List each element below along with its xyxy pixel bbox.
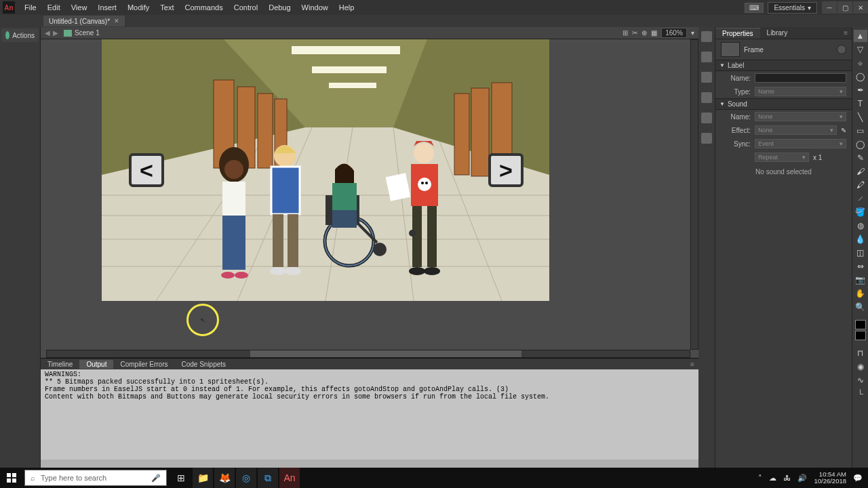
tab-library[interactable]: Library <box>760 28 795 38</box>
horizontal-scrollbar[interactable] <box>46 350 690 358</box>
forward-arrow-icon[interactable]: ▶ <box>53 29 58 37</box>
stage-canvas[interactable] <box>102 39 549 301</box>
maximize-button[interactable]: ▢ <box>837 1 852 14</box>
next-button[interactable]: > <box>488 153 524 187</box>
stage-tool-icon[interactable]: ✂ <box>632 29 637 37</box>
subselection-tool-icon[interactable]: ▽ <box>854 43 867 56</box>
minimize-button[interactable]: ─ <box>822 1 837 14</box>
zoom-field[interactable]: 160% <box>661 28 687 38</box>
start-button[interactable] <box>0 468 23 488</box>
panel-menu-icon[interactable]: ≡ <box>840 29 852 37</box>
eraser-tool-icon[interactable]: ◫ <box>854 247 867 259</box>
close-tab-icon[interactable]: ✕ <box>114 18 119 24</box>
menu-commands[interactable]: Commands <box>179 3 228 12</box>
tray-clock[interactable]: 10:54 AM 10/26/2018 <box>814 471 846 485</box>
sound-sync-dropdown[interactable]: Event▾ <box>755 139 846 148</box>
pen-tool-icon[interactable]: ✒ <box>854 84 867 96</box>
taskbar-firefox-icon[interactable]: 🦊 <box>214 468 235 488</box>
menu-view[interactable]: View <box>66 3 93 12</box>
mic-icon[interactable]: 🎤 <box>151 474 161 483</box>
camera-tool-icon[interactable]: 📷 <box>854 274 867 286</box>
hand-tool-icon[interactable]: ✋ <box>854 287 867 300</box>
vertical-scrollbar[interactable] <box>690 39 698 350</box>
tray-notifications-icon[interactable]: 💬 <box>853 474 863 483</box>
stage-tool-icon[interactable]: ▦ <box>651 29 657 37</box>
paint-brush-tool-icon[interactable]: 🖍 <box>854 179 867 191</box>
ink-bottle-tool-icon[interactable]: ◍ <box>854 220 867 232</box>
prev-button[interactable]: < <box>129 153 164 187</box>
menu-window[interactable]: Window <box>296 3 334 12</box>
sound-effect-dropdown[interactable]: None▾ <box>755 125 837 135</box>
section-sound[interactable]: ▼Sound <box>715 98 852 110</box>
oval-tool-icon[interactable]: ◯ <box>854 138 867 150</box>
output-text[interactable]: WARNINGS: ** 5 Bitmaps packed successful… <box>41 369 698 460</box>
dock-components-icon[interactable] <box>701 133 712 144</box>
label-type-dropdown[interactable]: Name▾ <box>755 87 846 96</box>
lasso-tool-icon[interactable]: ◯ <box>854 70 867 83</box>
tab-timeline[interactable]: Timeline <box>41 360 79 369</box>
bone-tool-icon[interactable]: ⟋ <box>854 192 867 205</box>
paint-bucket-tool-icon[interactable]: 🪣 <box>854 206 867 218</box>
tab-properties[interactable]: Properties <box>715 28 760 39</box>
scene-name[interactable]: Scene 1 <box>75 29 100 37</box>
stage[interactable]: < > ↖ <box>41 39 698 358</box>
tray-cloud-icon[interactable]: ☁ <box>769 474 776 483</box>
sync-settings-icon[interactable]: ⌨ <box>745 3 764 13</box>
edit-effect-icon[interactable]: ✎ <box>841 127 846 134</box>
help-icon[interactable] <box>837 45 846 54</box>
dock-color-icon[interactable] <box>701 52 712 62</box>
text-tool-icon[interactable]: T <box>854 98 867 110</box>
option-smooth-icon[interactable]: ∿ <box>854 374 867 386</box>
workspace-dropdown[interactable]: Essentials▾ <box>768 2 817 14</box>
menu-file[interactable]: File <box>19 3 42 12</box>
tab-compiler-errors[interactable]: Compiler Errors <box>113 360 174 369</box>
dock-transform-icon[interactable] <box>701 113 712 123</box>
tray-chevron-icon[interactable]: ˄ <box>758 474 762 483</box>
document-tab[interactable]: Untitled-1 (Canvas)* ✕ <box>43 16 125 26</box>
selection-tool-icon[interactable]: ▲ <box>854 30 867 42</box>
sound-name-dropdown[interactable]: None▾ <box>755 112 846 121</box>
scene-nav[interactable]: ◀▶ <box>45 29 58 37</box>
option-snap-icon[interactable]: ⊓ <box>854 347 867 359</box>
output-scrollbar[interactable] <box>41 460 698 468</box>
menu-modify[interactable]: Modify <box>122 3 155 12</box>
option-straighten-icon[interactable]: └ <box>854 388 867 400</box>
tab-code-snippets[interactable]: Code Snippets <box>174 360 233 369</box>
sound-repeat-dropdown[interactable]: Repeat▾ <box>755 152 809 162</box>
close-button[interactable]: ✕ <box>853 1 868 14</box>
taskbar-vscode-icon[interactable]: ⧉ <box>258 468 278 488</box>
brush-tool-icon[interactable]: 🖌 <box>854 165 867 178</box>
label-name-input[interactable] <box>755 73 846 83</box>
menu-debug[interactable]: Debug <box>263 3 296 12</box>
panel-menu-icon[interactable]: ≡ <box>690 361 698 368</box>
taskbar-explorer-icon[interactable]: 📁 <box>193 468 213 488</box>
menu-edit[interactable]: Edit <box>42 3 66 12</box>
chevron-down-icon[interactable]: ▾ <box>691 29 694 37</box>
dock-info-icon[interactable] <box>701 92 712 103</box>
dock-swatches-icon[interactable] <box>701 72 712 83</box>
tray-network-icon[interactable]: 🖧 <box>783 474 791 482</box>
menu-help[interactable]: Help <box>334 3 360 12</box>
menu-insert[interactable]: Insert <box>92 3 122 12</box>
dock-align-icon[interactable] <box>701 31 712 42</box>
task-view-icon[interactable]: ⊞ <box>171 468 191 488</box>
fill-swatch[interactable] <box>855 331 866 340</box>
actions-panel-button[interactable]: Actions <box>1 28 39 42</box>
back-arrow-icon[interactable]: ◀ <box>45 29 50 37</box>
eyedropper-tool-icon[interactable]: 💧 <box>854 233 867 245</box>
line-tool-icon[interactable]: ╲ <box>854 111 867 123</box>
taskbar-search[interactable]: ⌕ Type here to search 🎤 <box>24 470 167 486</box>
width-tool-icon[interactable]: ⇔ <box>854 260 867 272</box>
free-transform-tool-icon[interactable]: ⟐ <box>854 57 867 69</box>
rectangle-tool-icon[interactable]: ▭ <box>854 125 867 137</box>
pencil-tool-icon[interactable]: ✎ <box>854 152 867 164</box>
stroke-swatch[interactable] <box>855 320 866 329</box>
stage-tool-icon[interactable]: ⊕ <box>642 29 647 37</box>
menu-text[interactable]: Text <box>155 3 179 12</box>
option-object-icon[interactable]: ◉ <box>854 361 867 373</box>
zoom-tool-icon[interactable]: 🔍 <box>854 301 867 313</box>
tab-output[interactable]: Output <box>79 360 113 369</box>
section-label[interactable]: ▼Label <box>715 60 852 71</box>
tray-volume-icon[interactable]: 🔊 <box>797 474 807 483</box>
taskbar-animate-icon[interactable]: An <box>279 468 300 488</box>
